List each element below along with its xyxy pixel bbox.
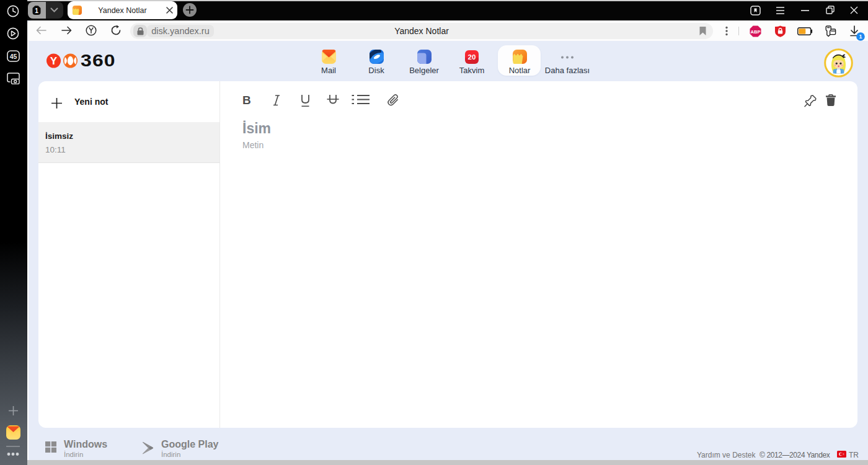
- svg-text:Y: Y: [50, 55, 58, 67]
- svg-text:ABP: ABP: [751, 29, 761, 35]
- svg-text:B: B: [242, 94, 251, 107]
- svg-text:45: 45: [10, 53, 17, 60]
- svg-text:20: 20: [468, 53, 476, 61]
- svg-text:1: 1: [859, 33, 862, 40]
- svg-text:1: 1: [35, 7, 38, 14]
